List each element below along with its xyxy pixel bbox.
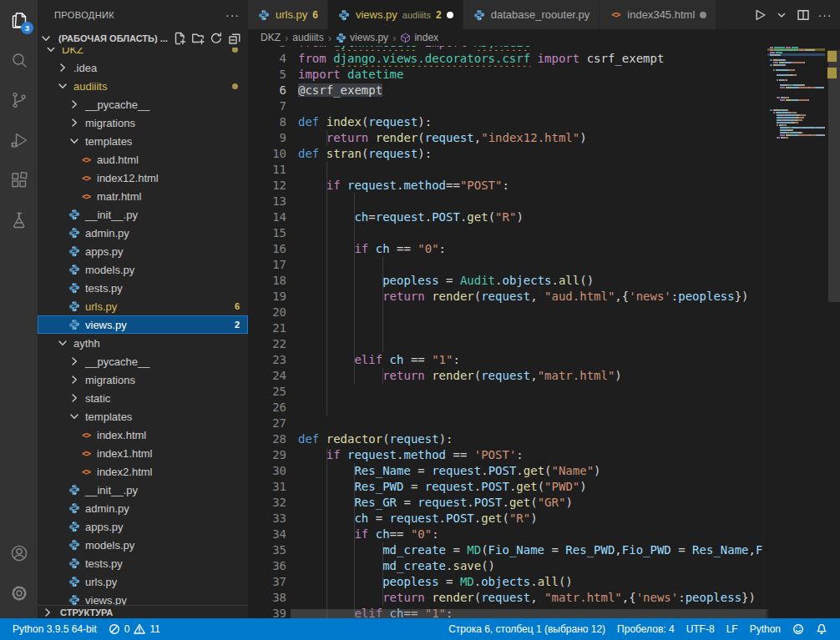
code-line-20[interactable]: 20 (248, 305, 767, 320)
tree-item-models-py[interactable]: models.py (38, 536, 248, 554)
tree-item--init-py[interactable]: __init__.py (38, 481, 248, 499)
new-file-button[interactable] (171, 30, 188, 47)
code-line-21[interactable]: 21 (248, 320, 767, 336)
more-actions-button[interactable]: ··· (815, 5, 835, 25)
code-line-10[interactable]: 10def stran(request): (248, 146, 767, 162)
tree-item-audiiits[interactable]: audiiits (38, 77, 248, 95)
code-line-23[interactable]: 23 elif ch == "1": (248, 352, 767, 368)
code-line-33[interactable]: 33 ch = request.POST.get("R") (248, 511, 767, 527)
code-line-16[interactable]: 16 if ch == "0": (248, 241, 767, 257)
tree-item--init-py[interactable]: __init__.py (38, 205, 248, 224)
split-editor-button[interactable] (793, 5, 813, 25)
code-area[interactable]: 3from aythh.models import MD,Audit4from … (248, 46, 767, 618)
tree-item-templates[interactable]: templates (38, 407, 248, 426)
code-line-31[interactable]: 31 Res_PWD = request.POST.get("PWD") (248, 479, 767, 495)
run-button[interactable] (750, 5, 770, 25)
tree-item-models-py[interactable]: models.py (38, 260, 248, 279)
code-editor[interactable]: 3from aythh.models import MD,Audit4from … (248, 46, 840, 618)
tab-index345-html[interactable]: <>index345.html (600, 0, 716, 29)
tree-item-tests-py[interactable]: tests.py (38, 279, 248, 297)
tree-item-urls-py[interactable]: urls.py6 (38, 297, 248, 315)
breadcrumb-item-index[interactable]: index (400, 32, 438, 43)
tree-item-views-py[interactable]: views.py (38, 591, 248, 605)
code-line-32[interactable]: 32 Res_GR = request.POST.get("GR") (248, 495, 767, 511)
horizontal-scrollbar[interactable] (291, 609, 768, 618)
code-line-38[interactable]: 38 return render(request, "matr.html",{'… (248, 590, 767, 606)
tree-item--pycache-[interactable]: __pycache__ (38, 95, 248, 113)
unsaved-dot-icon[interactable] (447, 12, 453, 18)
tree-item-index-html[interactable]: <>index.html (38, 426, 248, 444)
unsaved-dot-icon[interactable] (700, 12, 706, 18)
status-indentation[interactable]: Пробелов: 4 (611, 618, 681, 640)
tree-item-aythh[interactable]: aythh (38, 334, 248, 352)
activity-bar-item-extensions[interactable] (0, 160, 38, 200)
code-line-17[interactable]: 17 (248, 257, 767, 273)
tab-database-roouter-py[interactable]: database_roouter.py (463, 0, 600, 29)
activity-bar-item-explorer[interactable]: 3 (0, 0, 38, 40)
status-python-interpreter[interactable]: Python 3.9.5 64-bit (7, 618, 103, 640)
code-line-28[interactable]: 28def redactor(request): (248, 431, 767, 447)
workspace-section-header[interactable]: (РАБОЧАЯ ОБЛАСТЬ) ... (38, 29, 248, 48)
code-line-5[interactable]: 5import datetime (248, 67, 767, 83)
tree-item-templates[interactable]: templates (38, 132, 248, 150)
tab-urls-py[interactable]: urls.py6 (248, 0, 328, 29)
tree-item-DKZ[interactable]: DKZ (38, 48, 248, 58)
status-problems[interactable]: 011 (103, 618, 166, 640)
code-line-36[interactable]: 36 md_create.save() (248, 558, 767, 574)
status-cursor-position[interactable]: Строка 6, столбец 1 (выбрано 12) (443, 618, 611, 640)
code-line-12[interactable]: 12 if request.method=="POST": (248, 178, 767, 194)
sidebar-more-actions-icon[interactable]: ··· (225, 8, 240, 22)
activity-bar-item-source-control[interactable] (0, 80, 38, 120)
code-line-9[interactable]: 9 return render(request,"index12.html") (248, 130, 767, 146)
tree-item-migrations[interactable]: migrations (38, 113, 248, 132)
outline-section-header[interactable]: СТРУКТУРА (38, 605, 248, 618)
code-line-25[interactable]: 25 (248, 384, 767, 400)
code-line-18[interactable]: 18 peopless = Audit.objects.all() (248, 273, 767, 289)
activity-bar-item-testing[interactable] (0, 200, 38, 240)
breadcrumb-item-DKZ[interactable]: DKZ (261, 32, 281, 43)
tree-item-index12-html[interactable]: <>index12.html (38, 169, 248, 187)
status-feedback[interactable] (787, 618, 810, 640)
minimap[interactable] (767, 46, 825, 618)
tree-item-admin-py[interactable]: admin.py (38, 224, 248, 242)
tree-item-index1-html[interactable]: <>index1.html (38, 444, 248, 462)
tree-item--idea[interactable]: .idea (38, 58, 248, 77)
breadcrumb-item-views-py[interactable]: views.py (336, 32, 388, 43)
status-encoding[interactable]: UTF-8 (681, 618, 721, 640)
tree-item-aud-html[interactable]: <>aud.html (38, 150, 248, 169)
status-language-mode[interactable]: Python (744, 618, 787, 640)
activity-bar-item-account[interactable] (0, 533, 38, 573)
code-line-29[interactable]: 29 if request.method == 'POST': (248, 447, 767, 463)
code-line-26[interactable]: 26 (248, 400, 767, 416)
tab-views-py[interactable]: views.pyaudiiits2 (328, 0, 463, 29)
status-notifications[interactable] (810, 618, 833, 640)
tree-item-apps-py[interactable]: apps.py (38, 517, 248, 536)
code-line-15[interactable]: 15 (248, 225, 767, 241)
collapse-all-button[interactable] (226, 30, 243, 47)
code-line-34[interactable]: 34 if ch== "0": (248, 527, 767, 542)
code-line-27[interactable]: 27 (248, 416, 767, 431)
tree-item-static[interactable]: static (38, 389, 248, 407)
tree-item-tests-py[interactable]: tests.py (38, 554, 248, 572)
tree-item--pycache-[interactable]: __pycache__ (38, 352, 248, 370)
tree-item-index2-html[interactable]: <>index2.html (38, 462, 248, 481)
tree-item-urls-py[interactable]: urls.py (38, 572, 248, 591)
status-eol[interactable]: LF (721, 618, 744, 640)
run-dropdown-button[interactable] (772, 5, 792, 25)
code-line-19[interactable]: 19 return render(request, "aud.html",{'n… (248, 289, 767, 305)
code-line-24[interactable]: 24 return render(request,"matr.html") (248, 368, 767, 384)
code-line-4[interactable]: 4from django.views.decorators.csrf impor… (248, 51, 767, 67)
activity-bar-item-search[interactable] (0, 40, 38, 80)
activity-bar-item-settings[interactable] (0, 573, 38, 613)
code-line-22[interactable]: 22 (248, 336, 767, 352)
code-line-13[interactable]: 13 (248, 194, 767, 209)
tree-item-views-py[interactable]: views.py2 (38, 315, 248, 334)
code-line-35[interactable]: 35 md_create = MD(Fio_Name = Res_PWD,Fio… (248, 542, 767, 558)
code-line-6[interactable]: 6@csrf_exempt (248, 83, 767, 98)
code-line-14[interactable]: 14 ch=request.POST.get("R") (248, 209, 767, 225)
tree-item-migrations[interactable]: migrations (38, 370, 248, 389)
tree-item-admin-py[interactable]: admin.py (38, 499, 248, 517)
new-folder-button[interactable] (190, 30, 206, 47)
tree-item-matr-html[interactable]: <>matr.html (38, 187, 248, 205)
tree-item-apps-py[interactable]: apps.py (38, 242, 248, 260)
